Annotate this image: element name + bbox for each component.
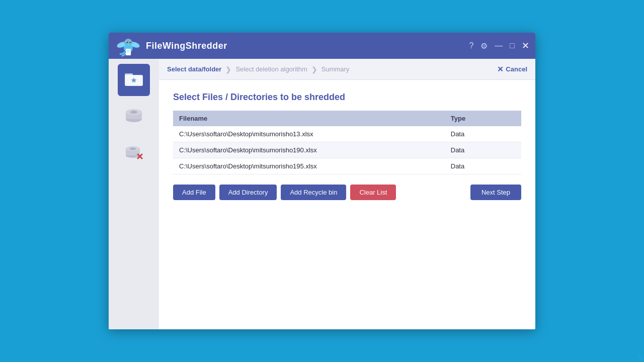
wizard-steps: Select data/folder ❯ Select deletion alg… bbox=[167, 65, 497, 73]
page-content: Select Files / Directories to be shredde… bbox=[159, 80, 535, 329]
svg-rect-12 bbox=[126, 49, 131, 55]
close-button[interactable]: ✕ bbox=[522, 40, 529, 51]
svg-point-27 bbox=[130, 147, 136, 150]
settings-button[interactable]: ⚙ bbox=[480, 41, 488, 51]
sidebar-item-disk[interactable] bbox=[118, 101, 150, 133]
step-arrow-1: ❯ bbox=[225, 65, 231, 73]
app-title: FileWingShredder bbox=[146, 41, 227, 51]
page-title: Select Files / Directories to be shredde… bbox=[173, 92, 521, 103]
main-layout: Select data/folder ❯ Select deletion alg… bbox=[109, 59, 535, 329]
svg-point-7 bbox=[129, 41, 131, 43]
steps-bar: Select data/folder ❯ Select deletion alg… bbox=[159, 59, 535, 80]
file-table: Filename Type C:\Users\softaro\Desktop\m… bbox=[173, 111, 521, 174]
table-cell-filename: C:\Users\softaro\Desktop\mitsumorisho13.… bbox=[173, 126, 445, 142]
next-step-button[interactable]: Next Step bbox=[470, 185, 521, 200]
table-cell-filename: C:\Users\softaro\Desktop\mitsumorisho190… bbox=[173, 142, 445, 158]
table-cell-type: Data bbox=[445, 142, 521, 158]
help-button[interactable]: ? bbox=[469, 41, 473, 50]
table-row: C:\Users\softaro\Desktop\mitsumorisho195… bbox=[173, 158, 521, 174]
step-3: Summary bbox=[321, 65, 350, 73]
col-type: Type bbox=[445, 111, 521, 126]
minimize-button[interactable]: — bbox=[495, 41, 503, 50]
table-row: C:\Users\softaro\Desktop\mitsumorisho190… bbox=[173, 142, 521, 158]
add-recycle-bin-button[interactable]: Add Recycle bin bbox=[281, 185, 346, 200]
step-2: Select deletion algorithm bbox=[235, 65, 307, 73]
table-cell-type: Data bbox=[445, 158, 521, 174]
main-window: FileWingShredder ? ⚙ — □ ✕ bbox=[109, 33, 535, 329]
disk-remove-icon bbox=[125, 144, 143, 165]
sidebar-item-disk-remove[interactable] bbox=[118, 138, 150, 170]
window-controls: ? ⚙ — □ ✕ bbox=[469, 40, 529, 51]
table-row: C:\Users\softaro\Desktop\mitsumorisho13.… bbox=[173, 126, 521, 142]
sidebar bbox=[109, 59, 159, 329]
add-directory-button[interactable]: Add Directory bbox=[219, 185, 277, 200]
cancel-button[interactable]: ✕ Cancel bbox=[497, 65, 527, 74]
app-logo bbox=[115, 35, 142, 57]
bird-logo-icon bbox=[115, 35, 142, 57]
svg-point-23 bbox=[130, 111, 137, 114]
step-1[interactable]: Select data/folder bbox=[167, 65, 221, 73]
action-buttons: Add File Add Directory Add Recycle bin C… bbox=[173, 185, 521, 200]
disk-icon bbox=[125, 108, 143, 127]
content-area: Select data/folder ❯ Select deletion alg… bbox=[159, 59, 535, 329]
table-cell-type: Data bbox=[445, 126, 521, 142]
titlebar: FileWingShredder ? ⚙ — □ ✕ bbox=[109, 33, 535, 59]
maximize-button[interactable]: □ bbox=[510, 41, 515, 50]
add-file-button[interactable]: Add File bbox=[173, 185, 215, 200]
svg-point-6 bbox=[126, 41, 128, 43]
table-cell-filename: C:\Users\softaro\Desktop\mitsumorisho195… bbox=[173, 158, 445, 174]
step-arrow-2: ❯ bbox=[311, 65, 317, 73]
sidebar-item-folder[interactable] bbox=[118, 64, 150, 96]
col-filename: Filename bbox=[173, 111, 445, 126]
clear-list-button[interactable]: Clear List bbox=[350, 185, 396, 200]
folder-icon bbox=[125, 71, 143, 89]
